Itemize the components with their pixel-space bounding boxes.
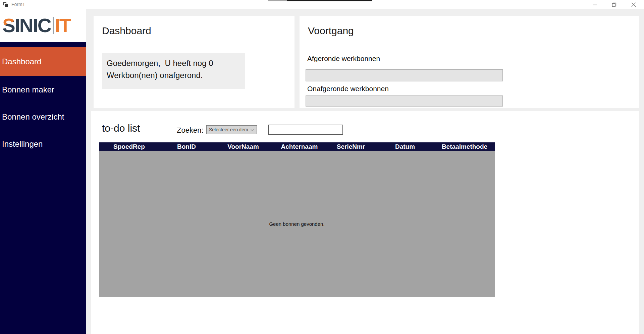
column-header-bonid[interactable]: BonID [159, 142, 214, 151]
todo-list-title: to-do list [102, 123, 140, 134]
form-icon [3, 2, 8, 7]
dashboard-panel-title: Dashboard [102, 25, 151, 37]
sidebar-item-label: Bonnen maker [2, 85, 54, 94]
minimize-button[interactable] [587, 0, 602, 9]
sidebar-item-dashboard[interactable]: Dashboard [0, 47, 86, 76]
window-title: Form1 [11, 2, 25, 7]
zoeken-label: Zoeken: [177, 126, 204, 135]
column-header-voornaam[interactable]: VoorNaam [214, 142, 273, 151]
onafgeronde-werkbonnen-label: Onafgeronde werkbonnen [307, 85, 389, 93]
logo-divider [53, 17, 54, 34]
close-button[interactable] [626, 0, 641, 9]
sidebar: SINIC IT Dashboard Bonnen maker Bonnen o… [0, 9, 86, 334]
table-body: Geen bonnen gevonden. [99, 151, 495, 297]
logo-area: SINIC IT [0, 9, 86, 42]
chevron-down-icon [251, 128, 254, 131]
column-header-spoedrep[interactable]: SpoedRep [99, 142, 159, 151]
dashboard-panel: Dashboard Goedemorgen, U heeft nog 0 Wer… [94, 16, 294, 108]
minimize-icon [592, 2, 597, 7]
sidebar-item-label: Instellingen [2, 139, 43, 149]
close-icon [631, 2, 636, 7]
voortgang-panel-title: Voortgang [308, 25, 354, 37]
filter-dropdown-value: Selecteer een item [209, 127, 248, 132]
column-header-betaalmethode[interactable]: Betaalmethode [434, 142, 495, 151]
empty-table-message: Geen bonnen gevonden. [269, 221, 324, 227]
todo-panel: to-do list Zoeken: Selecteer een item Sp… [91, 111, 639, 334]
titlebar-accent-gray [268, 0, 287, 1]
column-header-serienmr[interactable]: SerieNmr [326, 142, 376, 151]
sidebar-item-label: Bonnen overzicht [2, 112, 64, 122]
search-input[interactable] [268, 125, 343, 135]
voortgang-panel: Voortgang Afgeronde werkbonnen Onafgeron… [300, 16, 639, 108]
titlebar: Form1 [0, 0, 644, 9]
sidebar-item-bonnen-overzicht[interactable]: Bonnen overzicht [0, 103, 86, 130]
filter-dropdown[interactable]: Selecteer een item [206, 125, 257, 134]
restore-button[interactable] [606, 0, 622, 9]
sidebar-item-instellingen[interactable]: Instellingen [0, 130, 86, 157]
todo-table: SpoedRep BonID VoorNaam Achternaam Serie… [99, 142, 495, 297]
logo-text-main: SINIC [2, 16, 51, 35]
afgeronde-progressbar [306, 69, 503, 81]
table-header-row: SpoedRep BonID VoorNaam Achternaam Serie… [99, 142, 495, 151]
sidebar-item-label: Dashboard [2, 57, 41, 66]
sinic-it-logo: SINIC IT [2, 16, 70, 35]
onafgeronde-progressbar [306, 95, 503, 107]
sidebar-item-bonnen-maker[interactable]: Bonnen maker [0, 76, 86, 103]
titlebar-accent-black [287, 0, 372, 1]
column-header-achternaam[interactable]: Achternaam [273, 142, 326, 151]
greeting-box: Goedemorgen, U heeft nog 0 Werkbon(nen) … [102, 53, 245, 89]
column-header-datum[interactable]: Datum [376, 142, 434, 151]
logo-text-accent: IT [55, 16, 71, 35]
restore-icon [612, 2, 616, 7]
afgeronde-werkbonnen-label: Afgeronde werkbonnen [307, 55, 380, 63]
